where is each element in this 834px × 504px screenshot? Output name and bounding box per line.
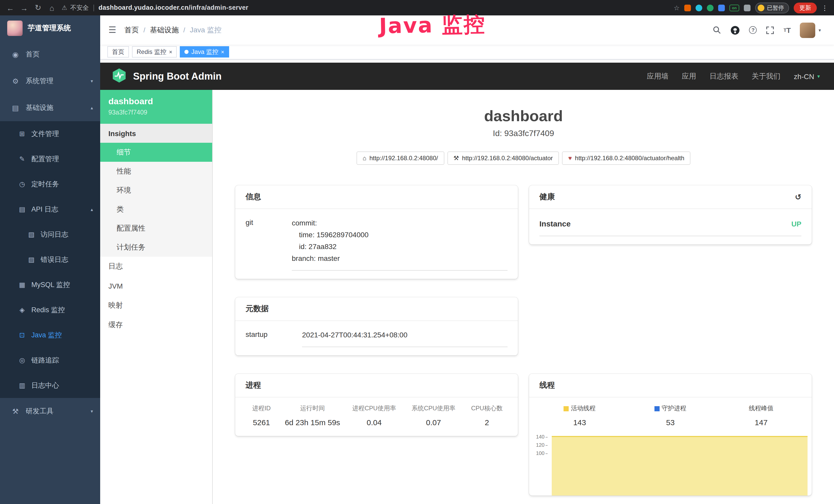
extension-icon-2[interactable] (696, 4, 702, 11)
search-icon[interactable] (713, 26, 722, 35)
sidebar-item-infra[interactable]: ▤ 基础设施 ▴ (0, 94, 100, 121)
sidebar-item-label: Java 监控 (31, 330, 62, 340)
info-key: git (245, 217, 292, 271)
app-logo (7, 21, 23, 36)
extensions-puzzle-icon[interactable] (744, 4, 750, 11)
gear-icon: ⚙ (10, 77, 21, 85)
sba-item-classes[interactable]: 类 (100, 200, 212, 219)
profile-paused-pill[interactable]: 已暂停 (755, 2, 789, 13)
tools-icon: ⚒ (10, 407, 21, 415)
sba-item-caches[interactable]: 缓存 (100, 315, 212, 335)
instance-header[interactable]: dashboard 93a3fc7f7409 (100, 90, 212, 124)
sidebar-item-label: 配置管理 (31, 154, 59, 164)
breadcrumb-infra[interactable]: 基础设施 (150, 25, 179, 35)
file-icon: ⊞ (18, 130, 27, 138)
bookmark-star-icon[interactable]: ☆ (674, 4, 680, 12)
sidebar-item-cron-jobs[interactable]: ◷ 定时任务 (0, 171, 100, 197)
forward-icon[interactable]: → (20, 3, 28, 12)
service-url-button[interactable]: ⌂ http://192.168.0.2:48080/ (356, 152, 444, 165)
user-menu[interactable]: ▾ (800, 22, 821, 38)
sidebar-item-home[interactable]: ◉ 首页 (0, 41, 100, 68)
sba-nav: 应用墙 应用 日志报表 关于我们 zh-CN ▾ (647, 72, 820, 81)
sidebar-item-system[interactable]: ⚙ 系统管理 ▾ (0, 68, 100, 94)
sidebar-item-label: MySQL 监控 (31, 280, 70, 289)
server-icon: ▤ (10, 104, 21, 112)
sidebar-logo-row[interactable]: 芋道管理系统 (0, 16, 100, 41)
extension-on-icon[interactable]: on (729, 4, 739, 11)
sidebar-item-api-logs[interactable]: ▤ API 日志 ▴ (0, 197, 100, 222)
extension-icon-1[interactable] (684, 4, 691, 11)
sidebar-item-devtools[interactable]: ⚒ 研发工具 ▾ (0, 398, 100, 425)
sidebar-item-file-manage[interactable]: ⊞ 文件管理 (0, 121, 100, 146)
tags-view: 首页 Redis 监控 × Java 监控 × (100, 45, 834, 60)
sidebar-item-label: 首页 (26, 50, 40, 59)
locale-select[interactable]: zh-CN ▾ (794, 72, 820, 81)
sba-item-details[interactable]: 细节 (100, 143, 212, 162)
dashboard-icon: ◉ (10, 50, 21, 59)
health-url-button[interactable]: ♥ http://192.168.0.2:48080/actuator/heal… (562, 152, 690, 165)
sidebar-item-tracing[interactable]: ◎ 链路追踪 (0, 348, 100, 373)
sidebar-item-access-logs[interactable]: ▧ 访问日志 (0, 222, 100, 247)
sidebar-item-label: 链路追踪 (31, 356, 59, 365)
sba-nav-applications[interactable]: 应用 (682, 72, 696, 81)
sidebar-item-label: 基础设施 (26, 103, 53, 112)
fullscreen-icon[interactable] (766, 26, 774, 34)
sba-item-configprops[interactable]: 配置属性 (100, 219, 212, 238)
chevron-up-icon: ▴ (91, 105, 93, 110)
instance-name: dashboard (108, 96, 204, 107)
browser-update-button[interactable]: 更新 (794, 2, 817, 13)
tag-java-monitor[interactable]: Java 监控 × (180, 46, 229, 58)
sba-nav-wallboard[interactable]: 应用墙 (647, 72, 668, 81)
access-log-icon: ▧ (27, 231, 36, 238)
actuator-url-button[interactable]: ⚒ http://192.168.0.2:48080/actuator (447, 152, 559, 165)
warning-icon: ⚠ (62, 4, 67, 11)
sidebar-item-redis-monitor[interactable]: ◈ Redis 监控 (0, 297, 100, 322)
font-size-icon[interactable]: TT (784, 26, 791, 34)
home-icon[interactable]: ⌂ (48, 3, 56, 12)
sba-item-scheduled-tasks[interactable]: 计划任务 (100, 238, 212, 257)
stat-system-cpu: 系统CPU使用率 0.07 (404, 404, 463, 427)
sba-item-jvm[interactable]: JVM (100, 276, 212, 296)
redis-icon: ◈ (18, 306, 27, 314)
sba-nav-about[interactable]: 关于我们 (752, 72, 781, 81)
github-icon[interactable] (731, 25, 740, 35)
legend-swatch-blue (655, 406, 660, 411)
browser-menu-kebab-icon[interactable]: ⋮ (821, 4, 828, 12)
security-label: 不安全 (70, 3, 89, 12)
sba-nav-journal[interactable]: 日志报表 (710, 72, 739, 81)
sidebar-item-label: 访问日志 (41, 230, 68, 239)
health-icon: ♥ (568, 155, 572, 162)
card-title: 线程 (529, 374, 812, 397)
y-axis-tick: 120 (532, 442, 548, 448)
page-subtitle: Id: 93a3fc7f7409 (235, 129, 812, 138)
sidebar-item-config-manage[interactable]: ✎ 配置管理 (0, 146, 100, 171)
extension-icon-3[interactable] (707, 4, 714, 11)
y-axis-tick: 100 (532, 450, 548, 456)
tag-home[interactable]: 首页 (107, 46, 129, 58)
close-icon[interactable]: × (169, 49, 172, 55)
address-bar[interactable]: ⚠ 不安全 dashboard.yudao.iocoder.cn/infra/a… (62, 3, 248, 12)
sidebar-item-error-logs[interactable]: ▨ 错误日志 (0, 247, 100, 272)
sidebar-item-java-monitor[interactable]: ⊡ Java 监控 (0, 322, 100, 348)
sidebar-item-mysql-monitor[interactable]: ▦ MySQL 监控 (0, 272, 100, 297)
close-icon[interactable]: × (221, 49, 224, 55)
locale-label: zh-CN (794, 72, 814, 81)
infra-submenu: ⊞ 文件管理 ✎ 配置管理 ◷ 定时任务 ▤ API 日志 ▴ ▧ (0, 121, 100, 398)
chevron-up-icon: ▴ (91, 207, 93, 212)
sba-item-environment[interactable]: 环境 (100, 181, 212, 200)
back-icon[interactable]: ← (6, 3, 14, 12)
sidebar-item-log-center[interactable]: ▥ 日志中心 (0, 373, 100, 398)
stat-uptime: 运行时间 6d 23h 15m 59s (281, 404, 345, 427)
sba-item-metrics[interactable]: 性能 (100, 162, 212, 181)
breadcrumb-home[interactable]: 首页 (125, 25, 139, 35)
card-title: 元数据 (235, 297, 518, 321)
hamburger-icon[interactable]: ☰ (108, 25, 116, 36)
extension-icon-4[interactable] (718, 4, 725, 11)
sba-item-mappings[interactable]: 映射 (100, 296, 212, 315)
tag-redis-monitor[interactable]: Redis 监控 × (132, 46, 177, 58)
help-icon[interactable]: ? (749, 26, 757, 34)
sba-logo-icon (111, 68, 127, 85)
history-icon[interactable]: ↺ (795, 192, 802, 202)
sba-item-logging[interactable]: 日志 (100, 257, 212, 276)
reload-icon[interactable]: ↻ (34, 3, 42, 12)
